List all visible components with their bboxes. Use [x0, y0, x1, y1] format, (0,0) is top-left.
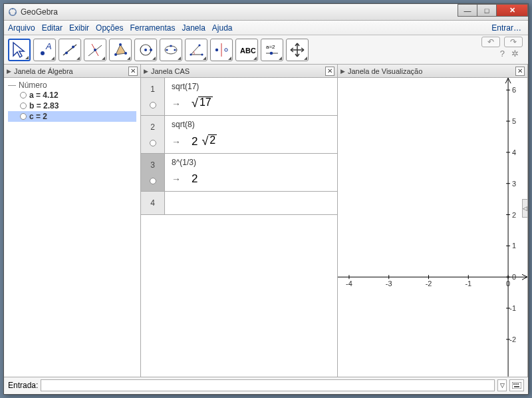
algebra-group-label[interactable]: — Número	[8, 81, 136, 90]
tool-angle[interactable]	[185, 39, 207, 61]
algebra-value: b = 2.83	[29, 101, 59, 110]
menu-ajuda[interactable]: Ajuda	[212, 23, 233, 33]
window-buttons: — □ ✕	[458, 4, 528, 17]
svg-point-23	[198, 44, 200, 46]
triangle-right-icon[interactable]: ▶	[144, 68, 148, 75]
algebra-close-button[interactable]: ✕	[128, 67, 138, 76]
tool-perpendicular[interactable]	[84, 39, 106, 61]
vis-close-button[interactable]: ✕	[515, 67, 525, 76]
svg-text:6: 6	[512, 86, 516, 94]
svg-text:5: 5	[512, 117, 516, 125]
virtual-keyboard-button[interactable]	[509, 379, 524, 391]
algebra-title: Janela de Álgebra	[14, 67, 73, 75]
visibility-toggle[interactable]	[20, 113, 27, 120]
triangle-right-icon[interactable]: ▶	[340, 68, 345, 75]
input-history-button[interactable]: ▽	[497, 379, 507, 391]
svg-text:a=2: a=2	[266, 44, 275, 50]
cas-cell[interactable]: sqrt(8)→ 2√2	[165, 116, 337, 153]
cas-row[interactable]: 38^(1/3)→ 2	[141, 154, 337, 192]
chevron-down-icon	[25, 56, 29, 59]
svg-text:1: 1	[512, 242, 516, 250]
menu-exibir[interactable]: Exibir	[69, 23, 89, 33]
signin-link[interactable]: Entrar…	[491, 23, 521, 33]
help-button[interactable]: ?	[500, 49, 505, 59]
algebra-item[interactable]: b = 2.83	[8, 100, 136, 111]
window-title: GeoGebra	[21, 7, 58, 17]
cas-cell[interactable]: 8^(1/3)→ 2	[165, 154, 337, 191]
svg-point-21	[170, 45, 172, 47]
svg-rect-70	[514, 386, 519, 387]
collapse-handle[interactable]: ◁	[522, 199, 528, 218]
tool-line[interactable]	[59, 39, 81, 61]
tool-ellipse[interactable]	[160, 39, 182, 61]
visibility-toggle[interactable]	[20, 102, 27, 109]
tool-text[interactable]: ABC	[235, 39, 258, 61]
settings-button[interactable]: ✲	[511, 49, 519, 59]
menu-arquivo[interactable]: Arquivo	[8, 23, 35, 33]
tool-move-view[interactable]	[286, 39, 309, 61]
visibility-toggle[interactable]	[150, 102, 156, 108]
svg-point-11	[94, 49, 96, 51]
maximize-icon: □	[485, 7, 489, 15]
tool-circle[interactable]	[134, 39, 157, 61]
redo-button[interactable]: ↷	[504, 37, 523, 47]
cas-row[interactable]: 1sqrt(17)→ √17	[141, 78, 337, 116]
svg-text:-3: -3	[386, 280, 392, 288]
algebra-panel: ▶ Janela de Álgebra ✕ — Número a = 4.12b…	[4, 65, 141, 377]
undo-button[interactable]: ↶	[481, 37, 500, 47]
group-label: Número	[19, 81, 47, 90]
svg-text:4: 4	[512, 148, 516, 156]
cas-row-number[interactable]: 1	[141, 78, 165, 115]
close-icon: ✕	[509, 6, 515, 15]
algebra-item[interactable]: c = 2	[8, 111, 136, 122]
cas-row-number[interactable]: 4	[141, 192, 165, 214]
svg-point-22	[190, 53, 192, 55]
visibility-toggle[interactable]	[150, 178, 156, 184]
maximize-button[interactable]: □	[477, 4, 497, 17]
visibility-toggle[interactable]	[20, 92, 27, 99]
chevron-down-icon	[253, 57, 257, 60]
triangle-right-icon[interactable]: ▶	[7, 68, 11, 75]
tool-move[interactable]	[8, 39, 31, 61]
svg-line-34	[522, 274, 527, 277]
cas-title: Janela CAS	[151, 67, 190, 75]
menu-editar[interactable]: Editar	[42, 23, 63, 33]
svg-line-35	[522, 277, 527, 280]
tool-reflect[interactable]	[210, 39, 233, 61]
graphics-canvas[interactable]: -4-3-2-10-2-10123456	[338, 78, 527, 377]
cas-output: → 2√2	[172, 134, 331, 148]
visibility-toggle[interactable]	[150, 140, 156, 146]
algebra-item[interactable]: a = 4.12	[8, 90, 136, 100]
input-field[interactable]	[41, 379, 495, 391]
tool-point[interactable]: A	[33, 39, 56, 61]
chevron-down-icon	[152, 57, 156, 60]
cas-output: → √17	[172, 97, 331, 110]
titlebar: GeoGebra — □ ✕	[4, 4, 528, 21]
menu-ferramentas[interactable]: Ferramentas	[130, 23, 175, 33]
close-button[interactable]: ✕	[496, 4, 528, 17]
svg-line-36	[505, 78, 508, 83]
chevron-down-icon	[203, 57, 206, 60]
cas-cell[interactable]: sqrt(17)→ √17	[165, 78, 337, 115]
svg-point-17	[150, 49, 152, 51]
input-bar: Entrada: ▽	[4, 377, 528, 393]
menu-opcoes[interactable]: Opções	[96, 23, 123, 33]
cas-input: sqrt(8)	[172, 120, 331, 129]
cas-row[interactable]: 4	[141, 192, 337, 215]
tool-polygon[interactable]	[109, 39, 132, 61]
menu-janela[interactable]: Janela	[182, 23, 205, 33]
panels: ▶ Janela de Álgebra ✕ — Número a = 4.12b…	[4, 65, 528, 377]
minimize-icon: —	[464, 7, 471, 15]
minimize-button[interactable]: —	[458, 4, 477, 17]
svg-point-13	[119, 43, 122, 46]
vis-header: ▶ Janela de Visualização ✕	[338, 65, 527, 78]
tool-slider[interactable]: a=2	[261, 39, 283, 61]
cas-row-number[interactable]: 3	[141, 154, 165, 191]
svg-text:0: 0	[506, 280, 510, 288]
cas-row[interactable]: 2sqrt(8)→ 2√2	[141, 116, 337, 154]
cas-output: → 2	[172, 172, 331, 186]
cas-row-number[interactable]: 2	[141, 116, 165, 153]
svg-point-26	[215, 48, 218, 51]
cas-close-button[interactable]: ✕	[325, 67, 334, 76]
cas-cell[interactable]	[165, 192, 337, 214]
